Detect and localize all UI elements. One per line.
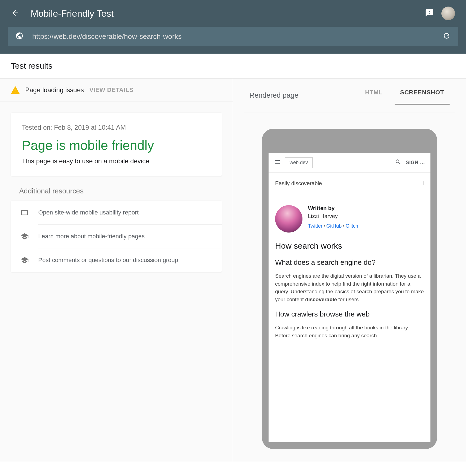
- view-details-button[interactable]: VIEW DETAILS: [89, 86, 133, 94]
- web-icon: [20, 208, 30, 217]
- resource-text: Post comments or questions to our discus…: [38, 257, 178, 264]
- article-p1: Search engines are the digital version o…: [275, 272, 424, 303]
- rendered-page-label: Rendered page: [249, 91, 353, 100]
- refresh-icon[interactable]: [442, 32, 451, 41]
- tested-on-text: Tested on: Feb 8, 2019 at 10:41 AM: [22, 124, 211, 131]
- device-frame: web.dev SIGN … Easily discoverable I Wri…: [262, 129, 437, 449]
- author-row: Written by Lizzi Harvey Twitter•GitHub•G…: [269, 194, 430, 236]
- issues-label: Page loading issues: [25, 86, 84, 94]
- app-header: Mobile-Friendly Test: [0, 0, 466, 27]
- mobile-nav: web.dev SIGN …: [269, 153, 430, 173]
- result-title: Page is mobile friendly: [22, 138, 211, 153]
- author-twitter-link[interactable]: Twitter: [308, 223, 322, 229]
- right-panel: Rendered page HTML SCREENSHOT web.dev SI…: [233, 79, 466, 462]
- resources-card: Open site-wide mobile usability report L…: [11, 201, 222, 272]
- article-h2-2: How crawlers browse the web: [275, 310, 424, 318]
- school-icon: [20, 232, 30, 240]
- header-actions: [425, 7, 455, 20]
- search-icon[interactable]: [395, 159, 401, 167]
- url-input[interactable]: https://web.dev/discoverable/how-search-…: [32, 32, 434, 41]
- author-meta: Written by Lizzi Harvey Twitter•GitHub•G…: [308, 205, 358, 229]
- globe-icon: [15, 32, 24, 41]
- resource-link-forum[interactable]: Post comments or questions to our discus…: [11, 248, 222, 272]
- back-arrow-icon[interactable]: [11, 8, 20, 18]
- app-title: Mobile-Friendly Test: [31, 8, 414, 19]
- author-name: Lizzi Harvey: [308, 213, 358, 219]
- author-github-link[interactable]: GitHub: [326, 223, 342, 229]
- article-content: How search works What does a search engi…: [269, 236, 430, 345]
- resource-text: Learn more about mobile-friendly pages: [38, 233, 145, 240]
- main-content: Page loading issues VIEW DETAILS Tested …: [0, 79, 466, 462]
- section-title: Test results: [0, 54, 466, 79]
- breadcrumb: Easily discoverable I: [269, 173, 430, 194]
- menu-icon[interactable]: [274, 159, 281, 167]
- left-panel: Page loading issues VIEW DETAILS Tested …: [0, 79, 233, 462]
- result-card: Tested on: Feb 8, 2019 at 10:41 AM Page …: [11, 113, 222, 176]
- sign-in-button[interactable]: SIGN …: [406, 160, 425, 166]
- breadcrumb-divider: I: [422, 180, 424, 187]
- author-avatar: [275, 205, 302, 233]
- article-title: How search works: [275, 241, 424, 251]
- url-bar-container: https://web.dev/discoverable/how-search-…: [0, 27, 466, 54]
- user-avatar[interactable]: [441, 7, 455, 20]
- author-links: Twitter•GitHub•Glitch: [308, 223, 358, 229]
- resource-link-report[interactable]: Open site-wide mobile usability report: [11, 201, 222, 224]
- device-screen: web.dev SIGN … Easily discoverable I Wri…: [269, 153, 430, 442]
- resources-heading: Additional resources: [19, 187, 222, 195]
- tab-screenshot[interactable]: SCREENSHOT: [395, 86, 450, 105]
- article-h2-1: What does a search engine do?: [275, 258, 424, 267]
- url-bar: https://web.dev/discoverable/how-search-…: [8, 27, 458, 46]
- school-icon: [20, 256, 30, 264]
- issues-bar: Page loading issues VIEW DETAILS: [0, 79, 233, 102]
- tab-html[interactable]: HTML: [360, 86, 388, 105]
- result-subtitle: This page is easy to use on a mobile dev…: [22, 157, 211, 165]
- right-header: Rendered page HTML SCREENSHOT: [244, 79, 455, 112]
- resource-link-learn[interactable]: Learn more about mobile-friendly pages: [11, 225, 222, 248]
- site-logo[interactable]: web.dev: [285, 157, 313, 168]
- resource-text: Open site-wide mobile usability report: [38, 209, 139, 216]
- warning-icon: [11, 86, 20, 94]
- author-glitch-link[interactable]: Glitch: [346, 223, 358, 229]
- feedback-icon[interactable]: [425, 8, 434, 18]
- article-p2: Crawling is like reading through all the…: [275, 324, 424, 339]
- written-by-label: Written by: [308, 205, 358, 211]
- breadcrumb-text: Easily discoverable: [275, 180, 322, 187]
